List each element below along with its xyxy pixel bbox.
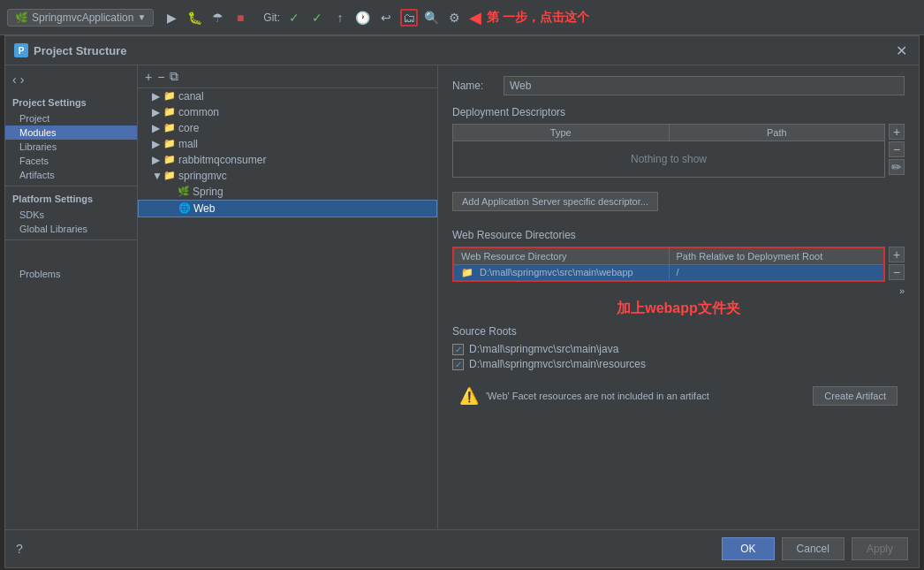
module-tree: + − ⧉ ▶ 📁 canal ▶ 📁 common ▶ 📁 core: [138, 65, 438, 529]
sidebar-item-libraries[interactable]: Libraries: [5, 140, 137, 154]
sidebar-item-project[interactable]: Project: [5, 111, 137, 125]
dep-table-header: Type Path: [453, 125, 884, 141]
git-push-icon[interactable]: ↑: [331, 9, 349, 27]
tree-item-rabbitmqconsumer[interactable]: ▶ 📁 rabbitmqconsumer: [138, 152, 437, 168]
expand-arrow: ▶: [152, 122, 163, 134]
app-selector[interactable]: 🌿 SpringmvcApplication ▼: [7, 9, 154, 27]
wr-cell-path: /: [670, 265, 884, 280]
expand-arrow: ▼: [152, 170, 163, 182]
dep-descriptors-table: Type Path Nothing to show: [452, 124, 885, 178]
web-resource-table: Web Resource Directory Path Relative to …: [452, 247, 885, 282]
dep-edit-button[interactable]: ✏: [889, 159, 905, 175]
source-item-java: ✓ D:\mall\springmvc\src\main\java: [452, 343, 905, 355]
dialog-title: Project Structure: [34, 44, 892, 57]
add-server-descriptor-button[interactable]: Add Application Server specific descript…: [452, 192, 658, 211]
wr-add-button[interactable]: +: [889, 247, 905, 262]
web-resource-section: Web Resource Directories Web Resource Di…: [452, 229, 905, 318]
folder-icon: 📁: [163, 170, 177, 182]
folder-icon: 📁: [163, 154, 177, 166]
git-undo-icon[interactable]: ↩: [377, 9, 395, 27]
debug-icon[interactable]: 🐛: [186, 9, 203, 27]
folder-icon: 📁: [163, 90, 177, 103]
source-path-resources: D:\mall\springmvc\src\main\resources: [469, 358, 646, 370]
dep-remove-button[interactable]: −: [889, 141, 905, 157]
settings-icon[interactable]: ⚙: [446, 9, 464, 27]
folder-icon: 📁: [163, 106, 177, 118]
create-artifact-button[interactable]: Create Artifact: [813, 386, 897, 406]
apply-button[interactable]: Apply: [852, 537, 908, 560]
tree-item-label: Spring: [193, 186, 223, 198]
arrow-annotation: ◀: [469, 8, 481, 27]
dep-add-button[interactable]: +: [889, 124, 905, 140]
sidebar-item-modules[interactable]: Modules: [5, 125, 137, 140]
sidebar-item-sdks[interactable]: SDKs: [5, 208, 137, 222]
web-resource-table-header: Web Resource Directory Path Relative to …: [454, 248, 883, 265]
project-structure-icon[interactable]: 🗂: [400, 9, 418, 27]
web-icon: 🌐: [178, 202, 192, 215]
help-icon[interactable]: ?: [16, 542, 23, 556]
wr-expand-button[interactable]: »: [899, 285, 905, 296]
source-roots-section: Source Roots ✓ D:\mall\springmvc\src\mai…: [452, 325, 905, 370]
step-annotation: 第 一步，点击这个: [487, 10, 589, 26]
tree-item-spring[interactable]: 🌿 Spring: [138, 184, 437, 200]
dialog-body: ‹ › Project Settings Project Modules Lib…: [5, 65, 919, 529]
git-check2-icon[interactable]: ✓: [308, 9, 326, 27]
sidebar-item-problems[interactable]: Problems: [5, 267, 137, 281]
source-checkbox-resources[interactable]: ✓: [452, 359, 464, 370]
wr-remove-button[interactable]: −: [889, 264, 905, 280]
tree-item-common[interactable]: ▶ 📁 common: [138, 104, 437, 120]
tree-item-springmvc[interactable]: ▼ 📁 springmvc: [138, 168, 437, 184]
wr-col-path: Path Relative to Deployment Root: [670, 248, 884, 264]
tree-item-label: Web: [193, 202, 215, 215]
search-icon[interactable]: 🔍: [423, 9, 441, 27]
tree-item-label: rabbitmqconsumer: [178, 154, 266, 166]
tree-toolbar: + − ⧉: [138, 65, 437, 88]
web-resource-label: Web Resource Directories: [452, 229, 905, 241]
tree-item-canal[interactable]: ▶ 📁 canal: [138, 88, 437, 104]
toolbar: 🌿 SpringmvcApplication ▼ ▶ 🐛 ☂ ■ Git: ✓ …: [0, 0, 924, 35]
source-checkbox-java[interactable]: ✓: [452, 344, 464, 355]
run-icon[interactable]: ▶: [163, 9, 180, 27]
content-panel: Name: Deployment Descriptors Type Path N…: [438, 65, 919, 529]
warning-text: 'Web' Facet resources are not included i…: [486, 391, 806, 401]
sidebar-nav: ‹ ›: [5, 72, 137, 94]
app-icon: 🌿: [15, 11, 28, 24]
dep-col-type: Type: [453, 125, 670, 141]
sidebar-divider-2: [5, 239, 137, 240]
dialog-icon: P: [14, 43, 28, 57]
git-check-icon[interactable]: ✓: [285, 9, 303, 27]
tree-item-core[interactable]: ▶ 📁 core: [138, 120, 437, 136]
expand-arrow: ▶: [152, 90, 163, 103]
sidebar-item-artifacts[interactable]: Artifacts: [5, 168, 137, 182]
dialog-close-button[interactable]: ✕: [892, 42, 910, 59]
tree-remove-button[interactable]: −: [157, 70, 164, 84]
folder-icon: 📁: [163, 122, 177, 134]
sidebar-item-facets[interactable]: Facets: [5, 154, 137, 168]
ok-button[interactable]: OK: [722, 537, 774, 560]
app-name: SpringmvcApplication: [32, 11, 133, 24]
coverage-icon[interactable]: ☂: [208, 9, 226, 27]
spring-icon: 🌿: [177, 186, 191, 198]
warning-row: ⚠️ 'Web' Facet resources are not include…: [452, 381, 905, 411]
source-roots-label: Source Roots: [452, 325, 905, 338]
tree-item-web[interactable]: 🌐 Web: [138, 200, 437, 217]
name-input[interactable]: [504, 76, 905, 95]
sidebar: ‹ › Project Settings Project Modules Lib…: [5, 65, 138, 529]
stop-icon[interactable]: ■: [231, 9, 249, 27]
cancel-button[interactable]: Cancel: [782, 537, 844, 560]
sidebar-item-global-libraries[interactable]: Global Libraries: [5, 222, 137, 236]
platform-settings-label: Platform Settings: [5, 190, 137, 208]
dep-table-actions: + − ✏: [889, 124, 905, 175]
web-resource-row[interactable]: 📁 D:\mall\springmvc\src\main\webapp /: [454, 265, 883, 280]
dep-table-body: Nothing to show: [453, 141, 884, 177]
wr-col-directory: Web Resource Directory: [454, 248, 670, 264]
dropdown-icon: ▼: [137, 12, 146, 22]
tree-add-button[interactable]: +: [145, 70, 152, 84]
tree-copy-button[interactable]: ⧉: [170, 69, 178, 84]
forward-button[interactable]: ›: [20, 72, 25, 87]
source-item-resources: ✓ D:\mall\springmvc\src\main\resources: [452, 358, 905, 370]
git-history-icon[interactable]: 🕐: [354, 9, 372, 27]
webapp-annotation: 加上webapp文件夹: [452, 300, 905, 318]
tree-item-mall[interactable]: ▶ 📁 mall: [138, 136, 437, 152]
back-button[interactable]: ‹: [12, 72, 17, 87]
